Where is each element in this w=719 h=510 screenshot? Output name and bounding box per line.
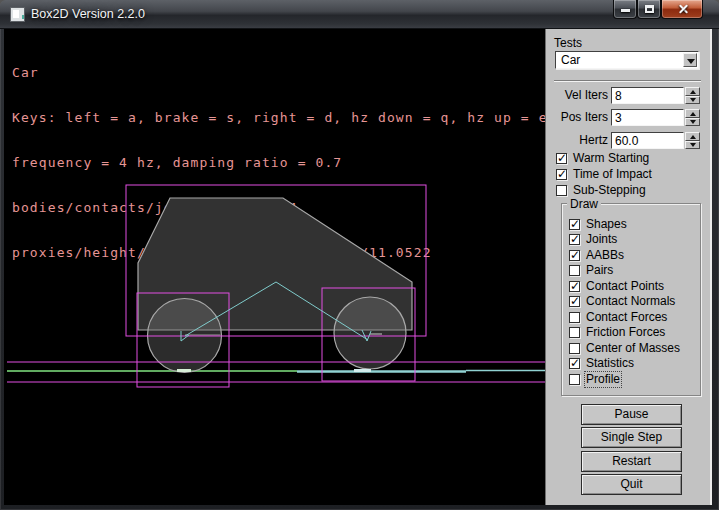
- vel-iters-input[interactable]: [611, 87, 684, 104]
- dropdown-arrow-icon[interactable]: [683, 53, 697, 67]
- client-area: Car Keys: left = a, brake = s, right = d…: [4, 29, 712, 505]
- checkbox-box: [569, 358, 580, 369]
- pos-iters-label: Pos Iters: [546, 109, 608, 126]
- front-contact-point: [354, 369, 371, 372]
- pos-iters-input[interactable]: [611, 109, 684, 126]
- checkbox-box: [569, 343, 580, 354]
- app-window: Box2D Version 2.2.0 Car Keys: left = a, …: [0, 0, 719, 510]
- checkbox-label: Contact Normals: [586, 295, 675, 308]
- close-icon: [678, 4, 688, 14]
- hertz-spinner: [685, 132, 700, 149]
- debug-draw-scene: [4, 29, 545, 505]
- checkbox-label: Center of Masses: [586, 342, 680, 355]
- app-icon[interactable]: [10, 7, 25, 22]
- title-bar[interactable]: Box2D Version 2.2.0: [0, 0, 719, 29]
- single-step-button[interactable]: Single Step: [581, 427, 682, 448]
- test-select-value: Car: [561, 52, 580, 68]
- vel-iters-down-button[interactable]: [685, 96, 700, 105]
- checkbox-box: [569, 234, 580, 245]
- draw-group: Draw Shapes Joints AABBs Pairs: [561, 203, 701, 396]
- tests-label: Tests: [554, 36, 582, 50]
- hertz-label: Hertz: [546, 132, 608, 149]
- checkbox-label: Time of Impact: [573, 168, 652, 181]
- checkbox-label: Profile: [586, 373, 620, 386]
- checkbox-label: Contact Forces: [586, 311, 667, 324]
- checkbox-label: Warm Starting: [573, 152, 649, 165]
- checkbox-box: [569, 219, 580, 230]
- checkbox-label: AABBs: [586, 249, 624, 262]
- window-title: Box2D Version 2.2.0: [31, 0, 145, 29]
- minimize-button[interactable]: [613, 0, 637, 19]
- restart-button[interactable]: Restart: [581, 451, 682, 472]
- checkbox-label: Contact Points: [586, 280, 664, 293]
- hertz-up-button[interactable]: [685, 132, 700, 141]
- minimize-icon: [621, 9, 630, 12]
- checkbox-label: Sub-Stepping: [573, 184, 646, 197]
- vel-iters-label: Vel Iters: [546, 87, 608, 104]
- separator: [554, 80, 701, 82]
- hertz-down-button[interactable]: [685, 141, 700, 150]
- checkbox-label: Joints: [586, 233, 617, 246]
- checkbox-box: [569, 265, 580, 276]
- checkbox-box: [569, 312, 580, 323]
- checkbox-box: [569, 327, 580, 338]
- control-panel: Tests Car Vel Iters Pos Iters: [545, 29, 712, 505]
- draw-group-title: Draw: [567, 197, 601, 211]
- checkbox-box: [556, 185, 567, 196]
- test-select-dropdown[interactable]: Car: [555, 51, 699, 69]
- checkbox-box: [556, 169, 567, 180]
- simulation-canvas[interactable]: Car Keys: left = a, brake = s, right = d…: [4, 29, 545, 505]
- checkbox-label: Pairs: [586, 264, 613, 277]
- pos-iters-down-button[interactable]: [685, 118, 700, 127]
- pause-button[interactable]: Pause: [581, 404, 682, 425]
- checkbox-box: [569, 250, 580, 261]
- pos-iters-spinner: [685, 109, 700, 126]
- checkbox-label: Friction Forces: [586, 326, 665, 339]
- rear-contact-point: [177, 369, 191, 372]
- checkbox-box: [569, 281, 580, 292]
- quit-button[interactable]: Quit: [581, 474, 682, 495]
- pos-iters-up-button[interactable]: [685, 109, 700, 118]
- checkbox-box: [556, 153, 567, 164]
- vel-iters-up-button[interactable]: [685, 87, 700, 96]
- checkbox-label: Shapes: [586, 218, 627, 231]
- close-button[interactable]: [661, 0, 703, 19]
- checkbox-label: Statistics: [586, 357, 634, 370]
- checkbox-box: [569, 374, 580, 385]
- maximize-button[interactable]: [637, 0, 661, 19]
- vel-iters-spinner: [685, 87, 700, 104]
- checkbox-box: [569, 296, 580, 307]
- hertz-input[interactable]: [611, 132, 684, 149]
- maximize-icon: [645, 5, 654, 13]
